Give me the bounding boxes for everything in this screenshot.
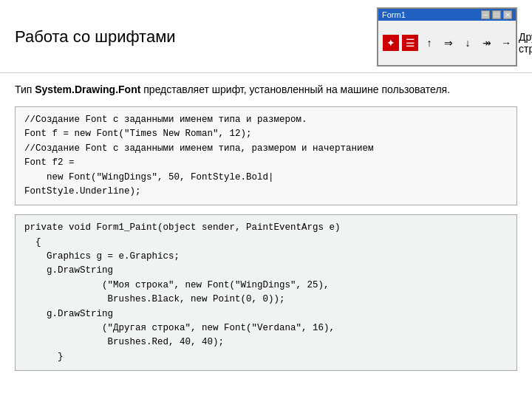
close-button[interactable]: ✕ [503,10,512,19]
form-preview-titlebar: Form1 ─ □ ✕ [378,9,516,21]
form-preview-window: Form1 ─ □ ✕ ✦ ☰ ↑ ⇒ ↓ ↠ → Друга [377,7,517,66]
icon-arrow-right-2: ↓ [460,35,476,51]
code-block-1: //Создание Font с заданными именем типа … [15,106,517,205]
maximize-button[interactable]: □ [492,10,501,19]
type-name: System.Drawing.Font [35,83,140,95]
main-content: Тип System.Drawing.Font представляет шри… [0,73,532,378]
form-icons-row: ✦ ☰ ↑ ⇒ ↓ ↠ → [383,35,514,51]
description-paragraph: Тип System.Drawing.Font представляет шри… [15,82,517,98]
minimize-button[interactable]: ─ [481,10,490,19]
page-title: Работа со шрифтами [15,27,176,47]
description-after: представляет шрифт, установленный на маш… [140,83,450,95]
icon-arrow-right-3: ↠ [479,35,495,51]
icon-arrow-right-4: → [498,35,514,51]
code-block-2: private void Form1_Paint(object sender, … [15,214,517,371]
description-before: Тип [15,83,35,95]
page: Работа со шрифтами Form1 ─ □ ✕ ✦ ☰ ↑ ⇒ ↓ [0,0,532,399]
form-preview-title: Form1 [382,10,406,19]
form-title-controls: ─ □ ✕ [481,10,512,19]
form-preview-label: Другая строка [519,31,532,55]
title-bar: Работа со шрифтами Form1 ─ □ ✕ ✦ ☰ ↑ ⇒ ↓ [0,0,532,73]
icon-symbol-1: ✦ [383,35,399,51]
icon-arrow-right-1: ⇒ [440,35,457,51]
icon-arrow-up: ↑ [421,35,437,51]
icon-symbol-2: ☰ [402,35,418,51]
form-preview-content: ✦ ☰ ↑ ⇒ ↓ ↠ → Другая строка [378,21,516,65]
